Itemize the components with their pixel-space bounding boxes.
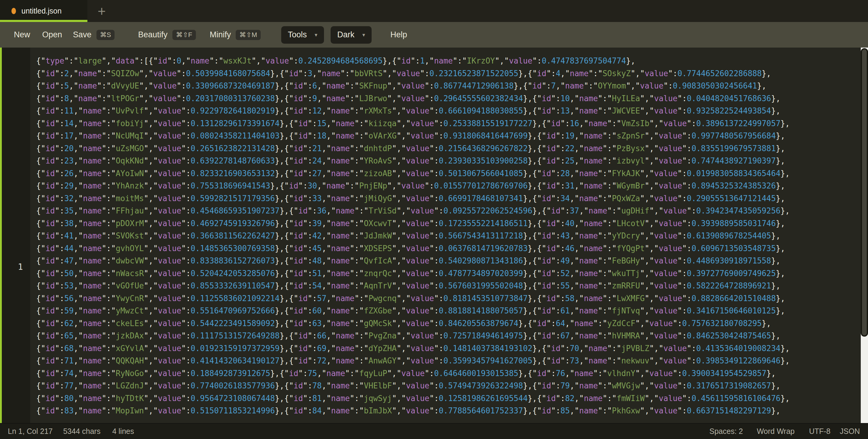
code-line: {"id":5,"name":"dVvyUE","value":0.330966… <box>36 80 790 93</box>
minify-shortcut-badge: ⌘⇧M <box>236 30 261 40</box>
status-bar: Ln 1, Col 217 5344 chars 4 lines Spaces:… <box>0 423 868 439</box>
code-line: {"id":32,"name":"moitMs","value":0.59928… <box>36 193 790 205</box>
vertical-scrollbar-thumb[interactable] <box>861 48 868 337</box>
vertical-scrollbar-track[interactable] <box>861 47 868 423</box>
code-line: {"id":20,"name":"uZsMGO","value":0.26516… <box>36 142 790 155</box>
code-line: {"id":41,"name":"SVOKst","value":0.36638… <box>36 230 790 242</box>
json-editor-window: untitled.json + New Open Save ⌘S Beautif… <box>0 0 868 439</box>
beautify-button[interactable]: Beautify <box>138 30 167 39</box>
theme-dropdown-label: Dark <box>337 30 354 39</box>
beautify-shortcut-badge: ⌘⇧F <box>173 30 196 40</box>
help-button[interactable]: Help <box>390 30 407 39</box>
status-bar-right: Spaces: 2 Word Wrap UTF-8 JSON <box>710 427 868 436</box>
line-count: 4 lines <box>112 427 134 436</box>
code-line: {"id":59,"name":"yMwzCt","value":0.55164… <box>36 305 790 317</box>
line-number: 1 <box>18 262 23 272</box>
code-line: {"id":17,"name":"NcUMqI","value":0.08024… <box>36 130 790 142</box>
tools-dropdown-label: Tools <box>288 30 307 39</box>
code-line: {"id":80,"name":"hyTDtK","value":0.95647… <box>36 392 790 405</box>
tab-untitled-json[interactable]: untitled.json <box>0 0 87 22</box>
new-button[interactable]: New <box>14 30 30 39</box>
code-line: {"id":11,"name":"UvPvlf","value":0.92297… <box>36 105 790 117</box>
toolbar: New Open Save ⌘S Beautify ⌘⇧F Minify ⌘⇧M… <box>0 22 868 47</box>
char-count: 5344 chars <box>63 427 101 436</box>
tab-bar: untitled.json + <box>0 0 868 22</box>
code-line: {"id":71,"name":"QQKQAH","value":0.41414… <box>36 355 790 367</box>
language-mode[interactable]: JSON <box>840 427 860 436</box>
code-line: {"id":65,"name":"jzkDAx","value":0.11175… <box>36 330 790 342</box>
code-line: {"id":8,"name":"ltPOGr","value":0.203170… <box>36 93 790 105</box>
code-line: {"id":56,"name":"YwyCnR","value":0.11255… <box>36 292 790 305</box>
code-line: {"id":29,"name":"YhAnzk","value":0.75531… <box>36 180 790 193</box>
editor-pane: 1 {"type":"large","data":[{"id":0,"name"… <box>0 47 868 423</box>
code-line: {"type":"large","data":[{"id":0,"name":"… <box>36 55 790 67</box>
code-line: {"id":47,"name":"dwbcVW","value":0.83388… <box>36 255 790 267</box>
word-wrap-toggle[interactable]: Word Wrap <box>757 427 795 436</box>
code-line: {"id":44,"name":"gvhOYL","value":0.14853… <box>36 242 790 255</box>
cursor-position: Ln 1, Col 217 <box>8 427 53 436</box>
modified-line-indicator <box>0 47 2 423</box>
theme-dropdown[interactable]: Dark ▾ <box>331 26 372 44</box>
line-number-gutter: 1 <box>0 47 30 423</box>
chevron-down-icon: ▾ <box>315 32 317 38</box>
code-line: {"id":2,"name":"SQIZOw","value":0.503998… <box>36 67 790 80</box>
code-line: {"id":68,"name":"xGYvlA","value":0.01923… <box>36 342 790 355</box>
minify-button[interactable]: Minify <box>210 30 231 39</box>
code-line: {"id":35,"name":"FFhjau","value":0.45468… <box>36 205 790 217</box>
code-line: {"id":38,"name":"pDOXrM","value":0.46927… <box>36 217 790 230</box>
save-button[interactable]: Save <box>73 30 92 39</box>
save-shortcut-badge: ⌘S <box>96 30 115 40</box>
json-code[interactable]: {"type":"large","data":[{"id":0,"name":"… <box>36 55 790 417</box>
code-line: {"id":23,"name":"OqkKNd","value":0.63922… <box>36 155 790 167</box>
unsaved-changes-dot-icon <box>11 8 16 14</box>
code-line: {"id":50,"name":"nWacsR","value":0.52042… <box>36 267 790 280</box>
code-line: {"id":74,"name":"RyNoGo","value":0.18849… <box>36 367 790 380</box>
encoding-setting[interactable]: UTF-8 <box>809 427 830 436</box>
new-tab-button[interactable]: + <box>98 4 106 18</box>
indentation-setting[interactable]: Spaces: 2 <box>710 427 743 436</box>
active-tab-underline <box>0 20 87 22</box>
code-line: {"id":83,"name":"MopIwn","value":0.51507… <box>36 405 790 417</box>
open-button[interactable]: Open <box>42 30 62 39</box>
code-line: {"id":53,"name":"vGOfUe","value":0.85533… <box>36 280 790 292</box>
code-line: {"id":26,"name":"AYoIwN","value":0.82332… <box>36 167 790 180</box>
tools-dropdown[interactable]: Tools ▾ <box>281 26 324 44</box>
code-line: {"id":62,"name":"ckeLEs","value":0.54422… <box>36 317 790 330</box>
code-line: {"id":14,"name":"fobiYj","value":0.13128… <box>36 117 790 130</box>
chevron-down-icon: ▾ <box>362 32 365 38</box>
tab-title: untitled.json <box>22 7 61 15</box>
code-line: {"id":77,"name":"LGZdnJ","value":0.77400… <box>36 380 790 392</box>
